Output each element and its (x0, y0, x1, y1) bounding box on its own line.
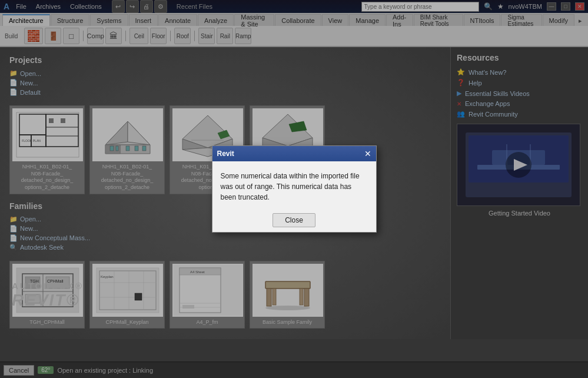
modal-overlay: Revit ✕ Some numerical data within the i… (0, 0, 588, 378)
modal-body: Some numerical data within the imported … (212, 161, 376, 208)
modal-header: Revit ✕ (212, 146, 376, 161)
modal-title: Revit (217, 150, 234, 158)
revit-dialog: Revit ✕ Some numerical data within the i… (212, 145, 377, 233)
modal-x-button[interactable]: ✕ (364, 149, 371, 158)
modal-message: Some numerical data within the imported … (221, 171, 368, 203)
modal-footer: Close (212, 208, 376, 232)
modal-close-button[interactable]: Close (273, 213, 315, 227)
